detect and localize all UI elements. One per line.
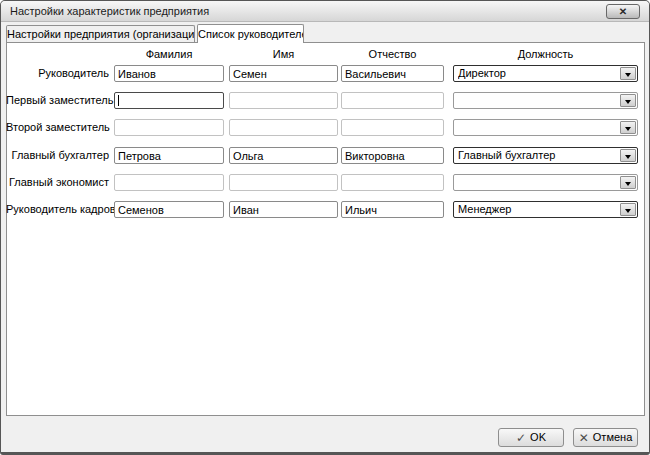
tab-label: Список руководителей [198,28,304,40]
ok-button[interactable]: ✓OK [498,428,564,447]
dropdown-arrow-button[interactable] [620,176,636,189]
patronymic-input[interactable] [341,147,444,164]
patronymic-input[interactable] [341,174,444,191]
tab-enterprise-settings[interactable]: Настройки предприятия (организации) [6,25,195,42]
dropdown-arrow-button[interactable] [620,149,636,162]
column-header-position: Должность [453,48,638,61]
row-label: Руководитель кадров [6,201,109,218]
position-dropdown[interactable]: Менеджер [453,201,638,218]
row-label: Главный бухгалтер [6,147,109,164]
surname-input[interactable] [114,147,224,164]
dropdown-arrow-button[interactable] [620,121,636,134]
chevron-down-icon [625,100,631,104]
chevron-down-icon [625,73,631,77]
patronymic-input[interactable] [341,119,444,136]
column-header-surname: Фамилия [114,48,224,61]
manager-row-director: Руководитель Директор [1,65,649,82]
manager-row-chief-economist: Главный экономист [1,174,649,191]
tab-label: Настройки предприятия (организации) [7,28,195,40]
surname-input[interactable] [114,174,224,191]
position-dropdown[interactable]: Главный бухгалтер [453,147,638,164]
row-label: Руководитель [6,65,109,82]
manager-row-first-deputy: Первый заместитель [1,92,649,109]
cancel-button-label: Отмена [593,431,632,443]
position-value: Директор [458,66,619,81]
close-button[interactable]: ✕ [606,4,640,19]
manager-row-hr-head: Руководитель кадров Менеджер [1,201,649,218]
patronymic-input[interactable] [341,92,444,109]
position-dropdown[interactable] [453,119,638,136]
text-caret [118,95,119,106]
name-input[interactable] [229,65,338,82]
row-label: Главный экономист [6,174,109,191]
manager-row-second-deputy: Второй заместитель [1,119,649,136]
ok-button-label: OK [530,431,546,443]
tab-managers-list[interactable]: Список руководителей [197,24,304,43]
position-dropdown[interactable] [453,92,638,109]
cancel-button[interactable]: ✕Отмена [573,428,638,447]
position-value: Менеджер [458,202,619,217]
window-title: Настройки характеристик предприятия [10,1,209,22]
position-value: Главный бухгалтер [458,148,619,163]
enterprise-settings-dialog: Настройки характеристик предприятия ✕ На… [0,0,650,455]
name-input[interactable] [229,147,338,164]
manager-row-chief-accountant: Главный бухгалтер Главный бухгалтер [1,147,649,164]
row-label: Второй заместитель [6,119,109,136]
surname-input[interactable] [114,92,224,109]
chevron-down-icon [625,155,631,159]
check-icon: ✓ [516,430,526,447]
chevron-down-icon [625,127,631,131]
column-header-patronymic: Отчество [341,48,444,61]
surname-input[interactable] [114,201,224,218]
name-input[interactable] [229,119,338,136]
chevron-down-icon [625,182,631,186]
title-bar: Настройки характеристик предприятия ✕ [1,1,649,22]
surname-input[interactable] [114,119,224,136]
surname-input[interactable] [114,65,224,82]
patronymic-input[interactable] [341,201,444,218]
position-dropdown[interactable] [453,174,638,191]
name-input[interactable] [229,201,338,218]
chevron-down-icon [625,209,631,213]
dropdown-arrow-button[interactable] [620,94,636,107]
close-icon: ✕ [619,6,627,17]
name-input[interactable] [229,92,338,109]
position-dropdown[interactable]: Директор [453,65,638,82]
patronymic-input[interactable] [341,65,444,82]
column-header-name: Имя [229,48,338,61]
dropdown-arrow-button[interactable] [620,203,636,216]
row-label: Первый заместитель [6,92,109,109]
x-icon: ✕ [579,430,589,447]
name-input[interactable] [229,174,338,191]
dropdown-arrow-button[interactable] [620,67,636,80]
